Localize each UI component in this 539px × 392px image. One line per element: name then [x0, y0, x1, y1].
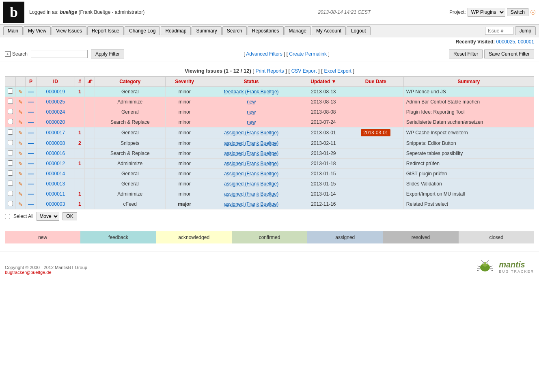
edit-icon[interactable]: ✎	[18, 89, 23, 95]
nav-roadmap[interactable]: Roadmap	[161, 26, 191, 35]
col-header-severity[interactable]: Severity	[165, 77, 204, 87]
switch-button[interactable]: Switch	[507, 8, 528, 16]
issue-id-link[interactable]: 0000011	[46, 191, 65, 197]
select-all-checkbox[interactable]	[5, 214, 10, 219]
project-select[interactable]: WP Plugins	[468, 8, 505, 17]
row-checkbox[interactable]	[8, 109, 13, 114]
nav-search[interactable]: Search	[222, 26, 247, 35]
expand-search-icon[interactable]: +	[5, 51, 11, 57]
print-reports-link[interactable]: Print Reports	[256, 68, 284, 74]
edit-icon[interactable]: ✎	[18, 191, 23, 197]
status-link[interactable]: assigned (Frank Bueltge)	[224, 151, 278, 156]
minus-icon[interactable]: —	[28, 129, 34, 136]
recently-visited-link-2[interactable]: 000001	[518, 39, 534, 45]
nav-report-issue[interactable]: Report Issue	[87, 26, 124, 35]
minus-icon[interactable]: —	[28, 201, 34, 207]
nav-view-issues[interactable]: View Issues	[52, 26, 86, 35]
edit-icon[interactable]: ✎	[18, 171, 23, 177]
status-link[interactable]: assigned (Frank Bueltge)	[224, 201, 278, 207]
row-checkbox[interactable]	[8, 99, 13, 104]
row-checkbox[interactable]	[8, 129, 13, 135]
issue-id-link[interactable]: 0000024	[46, 109, 65, 115]
status-link[interactable]: assigned (Frank Bueltge)	[224, 171, 278, 177]
minus-icon[interactable]: —	[28, 119, 34, 125]
col-header-status[interactable]: Status	[204, 77, 299, 87]
issue-id-link[interactable]: 0000008	[46, 140, 65, 146]
issue-number-input[interactable]	[485, 27, 513, 35]
edit-icon[interactable]: ✎	[18, 99, 23, 105]
edit-icon[interactable]: ✎	[18, 109, 23, 115]
edit-icon[interactable]: ✎	[18, 130, 23, 136]
nav-repositories[interactable]: Repositories	[248, 26, 284, 35]
col-header-updated[interactable]: Updated ▼	[299, 77, 348, 87]
advanced-filters-link[interactable]: Advanced Filters	[246, 51, 282, 57]
issue-id-link[interactable]: 0000014	[46, 171, 65, 177]
row-severity: minor	[165, 87, 204, 97]
edit-icon[interactable]: ✎	[18, 151, 23, 157]
minus-icon[interactable]: —	[28, 170, 34, 177]
jump-button[interactable]: Jump	[515, 26, 536, 35]
status-link[interactable]: assigned (Frank Bueltge)	[224, 191, 278, 197]
col-header-category[interactable]: Category	[95, 77, 165, 87]
issue-id-link[interactable]: 0000020	[46, 119, 65, 125]
save-current-filter-button[interactable]: Save Current Filter	[484, 50, 534, 58]
row-checkbox[interactable]	[8, 191, 13, 196]
row-checkbox[interactable]	[8, 88, 13, 94]
status-link[interactable]: assigned (Frank Bueltge)	[224, 130, 278, 136]
status-link[interactable]: new	[247, 99, 256, 105]
row-checkbox[interactable]	[8, 119, 13, 124]
status-link[interactable]: new	[247, 119, 256, 125]
edit-icon[interactable]: ✎	[18, 161, 23, 167]
move-select[interactable]: Move	[37, 212, 59, 221]
col-header-summary[interactable]: Summary	[403, 77, 534, 87]
status-link[interactable]: assigned (Frank Bueltge)	[224, 140, 278, 146]
nav-manage[interactable]: Manage	[285, 26, 311, 35]
minus-icon[interactable]: —	[28, 160, 34, 167]
row-checkbox[interactable]	[8, 170, 13, 176]
issue-id-link[interactable]: 0000025	[46, 99, 65, 105]
col-header-due-date[interactable]: Due Date	[348, 77, 403, 87]
col-header-id[interactable]: ID	[37, 77, 75, 87]
minus-icon[interactable]: —	[28, 140, 34, 146]
edit-icon[interactable]: ✎	[18, 140, 23, 146]
issue-id-link[interactable]: 0000019	[46, 89, 65, 95]
issue-id-link[interactable]: 0000003	[46, 201, 65, 207]
footer-email[interactable]: bugtracker@bueltge.de	[5, 270, 52, 275]
row-checkbox[interactable]	[8, 150, 13, 155]
ok-button[interactable]: OK	[63, 212, 77, 220]
csv-export-link[interactable]: CSV Export	[291, 68, 317, 74]
nav-main[interactable]: Main	[3, 26, 23, 35]
excel-export-link[interactable]: Excel Export	[324, 68, 351, 74]
minus-icon[interactable]: —	[28, 88, 34, 95]
minus-icon[interactable]: —	[28, 109, 34, 115]
row-checkbox[interactable]	[8, 181, 13, 186]
reset-filter-button[interactable]: Reset Filter	[449, 50, 483, 58]
search-input[interactable]	[31, 50, 88, 58]
edit-icon[interactable]: ✎	[18, 181, 23, 187]
minus-icon[interactable]: —	[28, 191, 34, 197]
row-checkbox[interactable]	[8, 140, 13, 145]
minus-icon[interactable]: —	[28, 150, 34, 157]
row-checkbox[interactable]	[8, 201, 13, 206]
nav-change-log[interactable]: Change Log	[125, 26, 160, 35]
nav-logout[interactable]: Logout	[347, 26, 371, 35]
status-link[interactable]: new	[247, 109, 256, 115]
status-link[interactable]: assigned (Frank Bueltge)	[224, 181, 278, 187]
create-permalink-link[interactable]: Create Permalink	[289, 51, 327, 57]
issue-id-link[interactable]: 0000013	[46, 181, 65, 187]
nav-summary[interactable]: Summary	[192, 26, 221, 35]
apply-filter-button[interactable]: Apply Filter	[91, 50, 124, 58]
nav-my-account[interactable]: My Account	[312, 26, 346, 35]
recently-visited-link-1[interactable]: 0000025	[496, 39, 515, 45]
edit-icon[interactable]: ✎	[18, 201, 23, 207]
nav-my-view[interactable]: My View	[24, 26, 51, 35]
issue-id-link[interactable]: 0000016	[46, 151, 65, 156]
issue-id-link[interactable]: 0000012	[46, 161, 65, 166]
minus-icon[interactable]: —	[28, 181, 34, 187]
row-checkbox[interactable]	[8, 160, 13, 166]
status-link[interactable]: assigned (Frank Bueltge)	[224, 161, 278, 166]
status-link[interactable]: feedback (Frank Bueltge)	[224, 89, 279, 95]
minus-icon[interactable]: —	[28, 99, 34, 105]
edit-icon[interactable]: ✎	[18, 119, 23, 125]
issue-id-link[interactable]: 0000017	[46, 130, 65, 136]
